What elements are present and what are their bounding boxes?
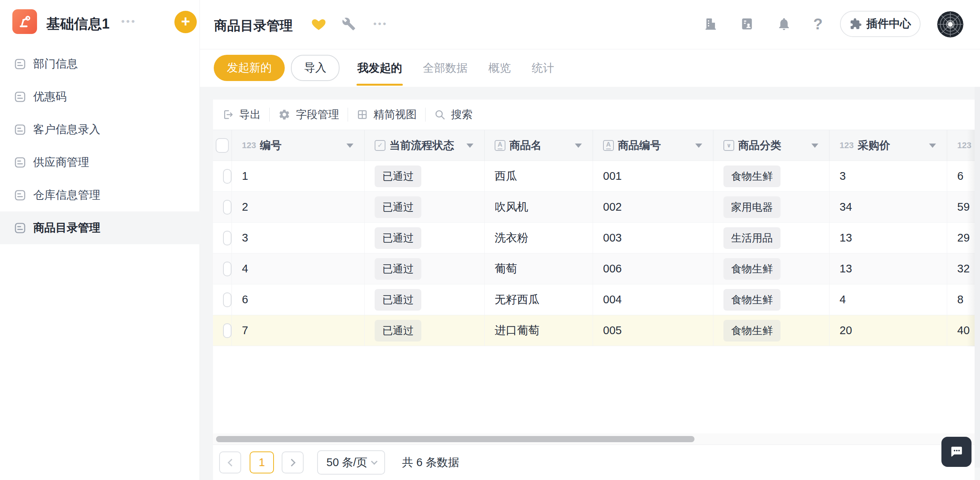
status-badge: 已通过 bbox=[375, 258, 421, 280]
tab-my-submissions[interactable]: 我发起的 bbox=[357, 49, 403, 87]
row-checkbox[interactable] bbox=[213, 315, 232, 346]
column-filter-icon[interactable] bbox=[929, 144, 936, 148]
gear-icon bbox=[278, 108, 291, 121]
column-filter-icon[interactable] bbox=[695, 144, 702, 148]
cell-product-name: 进口葡萄 bbox=[485, 315, 593, 346]
column-filter-icon[interactable] bbox=[811, 144, 818, 148]
cell-clipped: 6 bbox=[947, 161, 975, 191]
cell-status: 已通过 bbox=[365, 254, 485, 284]
category-badge: 生活用品 bbox=[723, 227, 781, 249]
plugin-center-label: 插件中心 bbox=[867, 16, 911, 32]
sidebar-item-supplier[interactable]: 供应商管理 bbox=[0, 146, 200, 179]
feedback-chat-button[interactable] bbox=[941, 437, 972, 467]
cell-category: 食物生鲜 bbox=[713, 254, 830, 284]
app-logo-icon[interactable] bbox=[12, 9, 37, 34]
select-all-checkbox[interactable] bbox=[213, 130, 232, 161]
new-entry-button[interactable]: 发起新的 bbox=[214, 55, 285, 81]
status-badge: 已通过 bbox=[375, 289, 421, 311]
column-filter-icon[interactable] bbox=[346, 144, 353, 148]
cell-purchase-price: 13 bbox=[830, 254, 947, 284]
cell-product-name: 吹风机 bbox=[485, 192, 593, 222]
row-checkbox[interactable] bbox=[213, 161, 232, 191]
table-row[interactable]: 2 已通过 吹风机 002 家用电器 34 59 bbox=[213, 192, 975, 223]
plugin-center-button[interactable]: 插件中心 bbox=[840, 11, 921, 37]
search-button[interactable]: 搜索 bbox=[434, 107, 473, 122]
column-header-purchase-price[interactable]: 采购价 bbox=[830, 130, 947, 161]
checkbox-field-icon bbox=[375, 140, 385, 151]
cell-category: 食物生鲜 bbox=[713, 284, 830, 315]
cell-clipped: 32 bbox=[947, 254, 975, 284]
category-badge: 家用电器 bbox=[723, 196, 781, 218]
column-header-no[interactable]: 编号 bbox=[232, 130, 365, 161]
category-badge: 食物生鲜 bbox=[723, 258, 781, 280]
tab-all-data[interactable]: 全部数据 bbox=[422, 49, 468, 87]
number-field-icon bbox=[957, 140, 972, 150]
column-filter-icon[interactable] bbox=[575, 144, 582, 148]
cell-product-code: 001 bbox=[593, 161, 713, 191]
sidebar-item-department[interactable]: 部门信息 bbox=[0, 47, 200, 80]
sidebar: 基础信息1 部门信息 优惠码 客户信息录入 供应商管理 bbox=[0, 0, 200, 480]
cell-product-code: 006 bbox=[593, 254, 713, 284]
status-badge: 已通过 bbox=[375, 196, 421, 218]
contacts-icon[interactable] bbox=[738, 15, 756, 33]
app-more-icon[interactable] bbox=[121, 15, 144, 29]
notifications-bell-icon[interactable] bbox=[775, 15, 793, 33]
cell-category: 家用电器 bbox=[713, 192, 830, 222]
cell-status: 已通过 bbox=[365, 192, 485, 222]
add-form-button[interactable] bbox=[174, 11, 197, 33]
field-management-button[interactable]: 字段管理 bbox=[278, 107, 339, 122]
column-header-product-code[interactable]: 商品编号 bbox=[593, 130, 713, 161]
column-header-clipped[interactable] bbox=[947, 130, 975, 161]
compact-view-button[interactable]: 精简视图 bbox=[357, 107, 417, 122]
cell-product-code: 002 bbox=[593, 192, 713, 222]
current-page-button[interactable]: 1 bbox=[250, 451, 274, 473]
import-button[interactable]: 导入 bbox=[291, 55, 340, 81]
table-row[interactable]: 4 已通过 葡萄 006 食物生鲜 13 32 bbox=[213, 254, 975, 284]
next-page-button[interactable] bbox=[282, 451, 304, 473]
prev-page-button[interactable] bbox=[219, 451, 241, 473]
export-button[interactable]: 导出 bbox=[222, 107, 261, 122]
row-checkbox[interactable] bbox=[213, 254, 232, 284]
table-row-hovered[interactable]: 7 已通过 进口葡萄 005 食物生鲜 20 40 bbox=[213, 315, 975, 346]
horizontal-scrollbar-track[interactable] bbox=[213, 433, 975, 445]
row-checkbox[interactable] bbox=[213, 284, 232, 315]
table-header-row: 编号 当前流程状态 商品名 商品编号 商品分类 采购价 bbox=[213, 130, 975, 161]
form-icon bbox=[14, 123, 26, 136]
table-row[interactable]: 1 已通过 西瓜 001 食物生鲜 3 6 bbox=[213, 161, 975, 192]
sidebar-item-warehouse[interactable]: 仓库信息管理 bbox=[0, 179, 200, 211]
app-window: 基础信息1 部门信息 优惠码 客户信息录入 供应商管理 bbox=[0, 0, 980, 480]
table-row[interactable]: 3 已通过 洗衣粉 003 生活用品 13 29 bbox=[213, 223, 975, 254]
category-badge: 食物生鲜 bbox=[723, 320, 781, 341]
column-header-product-name[interactable]: 商品名 bbox=[485, 130, 593, 161]
vertical-scrollbar[interactable] bbox=[975, 87, 980, 468]
sidebar-item-product-catalog[interactable]: 商品目录管理 bbox=[0, 211, 200, 244]
sidebar-item-coupon[interactable]: 优惠码 bbox=[0, 80, 200, 113]
app-title: 基础信息1 bbox=[46, 15, 110, 34]
help-icon[interactable] bbox=[809, 15, 827, 33]
workspace-icon[interactable] bbox=[701, 15, 720, 33]
title-more-icon[interactable] bbox=[372, 15, 389, 32]
chevron-down-icon bbox=[371, 458, 378, 465]
row-checkbox[interactable] bbox=[213, 192, 232, 222]
column-header-status[interactable]: 当前流程状态 bbox=[365, 130, 485, 161]
view-tabs: 我发起的 全部数据 概览 统计 bbox=[357, 49, 555, 87]
favorite-heart-icon[interactable] bbox=[310, 15, 327, 32]
column-filter-icon[interactable] bbox=[466, 144, 473, 148]
row-checkbox[interactable] bbox=[213, 223, 232, 253]
horizontal-scrollbar-thumb[interactable] bbox=[216, 436, 694, 442]
tab-overview[interactable]: 概览 bbox=[488, 49, 512, 87]
cell-purchase-price: 34 bbox=[830, 192, 947, 222]
cell-clipped: 59 bbox=[947, 192, 975, 222]
page-size-select[interactable]: 50 条/页 bbox=[317, 450, 385, 475]
cell-product-name: 洗衣粉 bbox=[485, 223, 593, 253]
export-icon bbox=[222, 109, 234, 120]
page-title: 商品目录管理 bbox=[214, 17, 293, 35]
settings-wrench-icon[interactable] bbox=[340, 15, 357, 32]
sidebar-item-customer-entry[interactable]: 客户信息录入 bbox=[0, 113, 200, 146]
table-row[interactable]: 6 已通过 无籽西瓜 004 食物生鲜 4 8 bbox=[213, 284, 975, 315]
tab-statistics[interactable]: 统计 bbox=[531, 49, 555, 87]
user-avatar[interactable] bbox=[937, 11, 963, 37]
column-header-category[interactable]: 商品分类 bbox=[713, 130, 830, 161]
cell-status: 已通过 bbox=[365, 315, 485, 346]
toolbar-divider bbox=[348, 108, 348, 122]
